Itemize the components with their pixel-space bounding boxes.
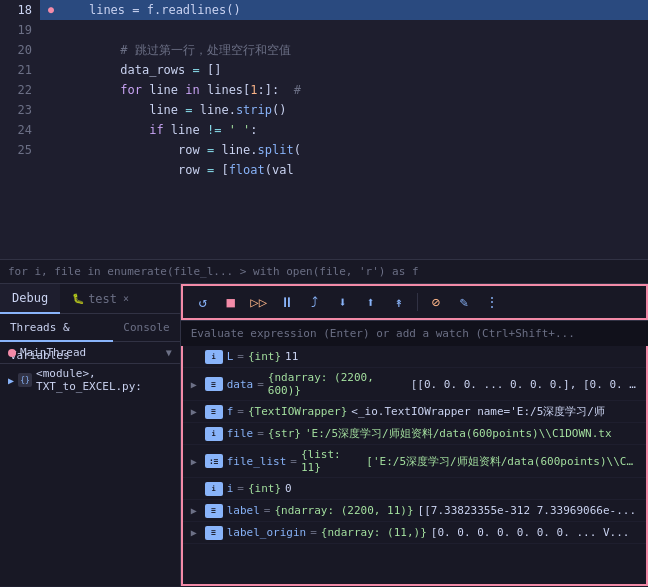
var-value: ['E:/5深度学习/师姐资料/data(600points)\\C1D... xyxy=(366,454,638,469)
var-type-icon: i xyxy=(205,350,223,364)
tab-close-icon[interactable]: × xyxy=(123,284,129,314)
code-line-19: # 跳过第一行，处理空行和空值 xyxy=(40,20,648,40)
var-item-i[interactable]: i i = {int} 0 xyxy=(183,478,646,500)
var-value: 11 xyxy=(285,350,298,363)
resume-icon: ▷▷ xyxy=(250,294,267,310)
line-number: 24 xyxy=(0,120,32,140)
left-sidebar: Debug 🐛 test × Threads & Variables Conso… xyxy=(0,284,181,586)
var-type: {TextIOWrapper} xyxy=(248,405,347,418)
thread-status-dot xyxy=(8,349,16,357)
stack-item[interactable]: ▶ {} <module>, TXT_to_EXCEL.py: xyxy=(0,364,180,396)
line-number: 18 xyxy=(0,0,32,20)
var-expand-icon: ▶ xyxy=(191,456,205,467)
line-number: 22 xyxy=(0,80,32,100)
resume-button[interactable]: ▷▷ xyxy=(247,290,271,314)
clear-icon: ✎ xyxy=(459,294,467,310)
tab-debug[interactable]: Debug xyxy=(0,284,60,314)
var-value: [[0. 0. 0. ... 0. 0. 0.], [0. 0. ... xyxy=(411,378,638,391)
mute-icon: ⊘ xyxy=(431,294,439,310)
more-icon: ⋮ xyxy=(485,294,499,310)
var-type: {str} xyxy=(268,427,301,440)
step-into-button[interactable]: ⬇ xyxy=(331,290,355,314)
var-name: i xyxy=(227,482,234,495)
tab-debug-label: Debug xyxy=(12,283,48,313)
stop-button[interactable]: ■ xyxy=(219,290,243,314)
line-number: 23 xyxy=(0,100,32,120)
var-value: [[7.33823355e-312 7.33969066e-... xyxy=(418,504,637,517)
var-item-file-list[interactable]: ▶ :≡ file_list = {list: 11} ['E:/5深度学习/师… xyxy=(183,445,646,478)
step-out-button[interactable]: ⬆ xyxy=(359,290,383,314)
var-type-icon: ≡ xyxy=(205,405,223,419)
call-stack: ▶ {} <module>, TXT_to_EXCEL.py: xyxy=(0,364,180,586)
var-item-label[interactable]: ▶ ≡ label = {ndarray: (2200, 11)} [[7.33… xyxy=(183,500,646,522)
var-equals: = xyxy=(237,350,244,363)
module-icon: {} xyxy=(18,373,32,387)
right-panel: ↺ ■ ▷▷ ⏸ ⤴ ⬇ ⬆ ↟ xyxy=(181,284,648,586)
var-equals: = xyxy=(257,378,264,391)
restart-button[interactable]: ↺ xyxy=(191,290,215,314)
panel-tabs: Threads & Variables Console xyxy=(0,314,180,342)
line-number: 19 xyxy=(0,20,32,40)
toolbar-separator xyxy=(417,293,418,311)
variables-list: i L = {int} 11 ▶ ≡ data = {ndarray: (220… xyxy=(181,346,648,586)
line-number: 20 xyxy=(0,40,32,60)
clear-button[interactable]: ✎ xyxy=(452,290,476,314)
var-type: {ndarray: (11,)} xyxy=(321,526,427,539)
var-value: 'E:/5深度学习/师姐资料/data(600points)\\C1DOWN.t… xyxy=(305,426,612,441)
var-equals: = xyxy=(290,455,297,468)
var-type: {list: 11} xyxy=(301,448,362,474)
var-equals: = xyxy=(264,504,271,517)
var-equals: = xyxy=(257,427,264,440)
more-button[interactable]: ⋮ xyxy=(480,290,504,314)
var-item-label-origin[interactable]: ▶ ≡ label_origin = {ndarray: (11,)} [0. … xyxy=(183,522,646,544)
var-value: [0. 0. 0. 0. 0. 0. 0. ... V... xyxy=(431,526,630,539)
var-value: 0 xyxy=(285,482,292,495)
var-name: L xyxy=(227,350,234,363)
code-line-17: ● lines = f.readlines() xyxy=(40,0,648,20)
var-item-data[interactable]: ▶ ≡ data = {ndarray: (2200, 600)} [[0. 0… xyxy=(183,368,646,401)
var-item-file[interactable]: i file = {str} 'E:/5深度学习/师姐资料/data(600po… xyxy=(183,423,646,445)
var-item-L[interactable]: i L = {int} 11 xyxy=(183,346,646,368)
var-type: {ndarray: (2200, 11)} xyxy=(274,504,413,517)
var-name: label_origin xyxy=(227,526,306,539)
var-type-icon: ≡ xyxy=(205,526,223,540)
step-over-button[interactable]: ⤴ xyxy=(303,290,327,314)
var-type: {int} xyxy=(248,350,281,363)
var-expand-icon: ▶ xyxy=(191,379,205,390)
stack-expand-icon: ▶ xyxy=(8,375,14,386)
tab-test-label: test xyxy=(88,284,117,314)
step-into-icon: ⬇ xyxy=(338,294,346,310)
mute-breakpoints-button[interactable]: ⊘ xyxy=(424,290,448,314)
var-type-icon: i xyxy=(205,482,223,496)
var-expand-icon: ▶ xyxy=(191,527,205,538)
var-value: <_io.TextIOWrapper name='E:/5深度学习/师 xyxy=(351,404,605,419)
panel-tab-console[interactable]: Console xyxy=(113,314,179,342)
var-name: f xyxy=(227,405,234,418)
thread-selector[interactable]: MainThread ▼ xyxy=(0,342,180,364)
code-content: ● lines = f.readlines() # 跳过第一行，处理空行和空值 … xyxy=(40,0,648,259)
var-equals: = xyxy=(237,405,244,418)
var-name: data xyxy=(227,378,254,391)
var-item-f[interactable]: ▶ ≡ f = {TextIOWrapper} <_io.TextIOWrapp… xyxy=(183,401,646,423)
watch-input-area[interactable]: Evaluate expression (Enter) or add a wat… xyxy=(181,320,648,346)
line-numbers: 18 19 20 21 22 23 24 25 xyxy=(0,0,40,259)
var-type: {ndarray: (2200, 600)} xyxy=(268,371,407,397)
var-equals: = xyxy=(310,526,317,539)
run-cursor-icon: ↟ xyxy=(394,294,402,310)
debug-tabs: Debug 🐛 test × xyxy=(0,284,180,314)
step-out-icon: ⬆ xyxy=(366,294,374,310)
line-number: 21 xyxy=(0,60,32,80)
stop-icon: ■ xyxy=(226,294,234,310)
breadcrumb: for i, file in enumerate(file_l... > wit… xyxy=(0,260,648,284)
tab-test[interactable]: 🐛 test × xyxy=(60,284,141,314)
step-over-icon: ⤴ xyxy=(311,294,318,310)
pause-icon: ⏸ xyxy=(280,294,294,310)
debug-toolbar: ↺ ■ ▷▷ ⏸ ⤴ ⬇ ⬆ ↟ xyxy=(181,284,648,320)
pause-button[interactable]: ⏸ xyxy=(275,290,299,314)
panel-tab-threads[interactable]: Threads & Variables xyxy=(0,314,113,342)
var-name: file_list xyxy=(227,455,287,468)
var-name: label xyxy=(227,504,260,517)
thread-dropdown-arrow[interactable]: ▼ xyxy=(166,347,172,358)
bottom-panel: Debug 🐛 test × Threads & Variables Conso… xyxy=(0,284,648,586)
run-to-cursor-button[interactable]: ↟ xyxy=(387,290,411,314)
